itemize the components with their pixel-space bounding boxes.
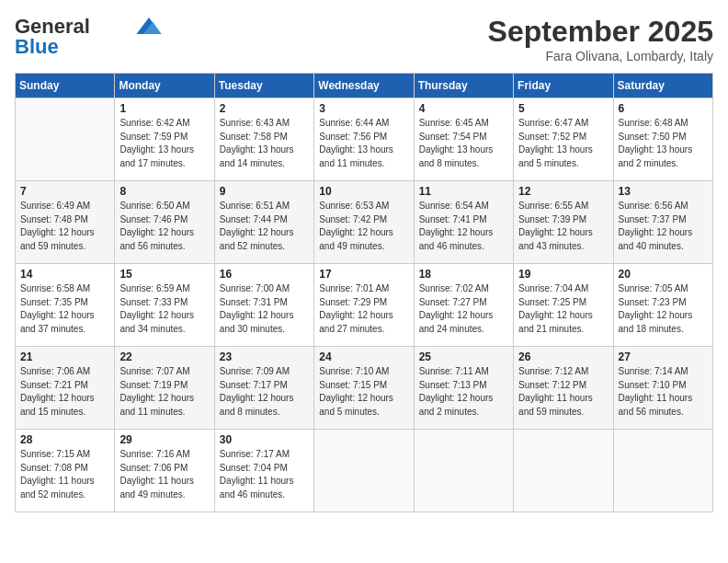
day-number: 28 <box>20 433 109 446</box>
day-number: 13 <box>619 185 708 198</box>
weekday-header-monday: Monday <box>115 74 214 98</box>
day-number: 19 <box>518 268 608 281</box>
sun-info: Sunrise: 7:05 AMSunset: 7:23 PMDaylight:… <box>619 282 708 336</box>
sun-info: Sunrise: 6:54 AMSunset: 7:41 PMDaylight:… <box>419 200 508 253</box>
day-number: 17 <box>319 268 408 281</box>
sun-info: Sunrise: 6:49 AMSunset: 7:48 PMDaylight:… <box>20 200 109 253</box>
calendar-cell: 21Sunrise: 7:06 AMSunset: 7:21 PMDayligh… <box>16 347 115 430</box>
calendar-week-row: 14Sunrise: 6:58 AMSunset: 7:35 PMDayligh… <box>16 264 713 347</box>
weekday-header-saturday: Saturday <box>613 74 712 98</box>
calendar-cell: 4Sunrise: 6:45 AMSunset: 7:54 PMDaylight… <box>414 98 513 181</box>
calendar-cell: 6Sunrise: 6:48 AMSunset: 7:50 PMDaylight… <box>613 98 712 181</box>
sun-info: Sunrise: 6:53 AMSunset: 7:42 PMDaylight:… <box>319 200 408 253</box>
sun-info: Sunrise: 6:58 AMSunset: 7:35 PMDaylight:… <box>20 282 109 336</box>
calendar-cell: 18Sunrise: 7:02 AMSunset: 7:27 PMDayligh… <box>414 264 513 347</box>
sun-info: Sunrise: 6:47 AMSunset: 7:52 PMDaylight:… <box>518 117 608 170</box>
day-number: 29 <box>119 433 209 446</box>
sun-info: Sunrise: 7:09 AMSunset: 7:17 PMDaylight:… <box>220 365 309 419</box>
month-title: September 2025 <box>488 15 713 49</box>
calendar-cell: 16Sunrise: 7:00 AMSunset: 7:31 PMDayligh… <box>214 264 313 347</box>
day-number: 1 <box>119 102 209 115</box>
day-number: 10 <box>319 185 408 198</box>
calendar-cell: 9Sunrise: 6:51 AMSunset: 7:44 PMDaylight… <box>214 181 313 264</box>
sun-info: Sunrise: 6:55 AMSunset: 7:39 PMDaylight:… <box>518 200 608 253</box>
day-number: 15 <box>119 268 209 281</box>
calendar-cell: 27Sunrise: 7:14 AMSunset: 7:10 PMDayligh… <box>613 347 712 430</box>
sun-info: Sunrise: 6:50 AMSunset: 7:46 PMDaylight:… <box>119 200 209 253</box>
sun-info: Sunrise: 7:15 AMSunset: 7:08 PMDaylight:… <box>20 448 109 501</box>
calendar-cell: 11Sunrise: 6:54 AMSunset: 7:41 PMDayligh… <box>414 181 513 264</box>
weekday-header-tuesday: Tuesday <box>214 74 313 98</box>
day-number: 23 <box>220 350 309 363</box>
calendar-cell: 17Sunrise: 7:01 AMSunset: 7:29 PMDayligh… <box>314 264 414 347</box>
location: Fara Olivana, Lombardy, Italy <box>488 49 713 63</box>
day-number: 24 <box>319 350 408 363</box>
calendar-cell <box>16 98 115 181</box>
sun-info: Sunrise: 6:42 AMSunset: 7:59 PMDaylight:… <box>119 117 209 170</box>
calendar-cell: 14Sunrise: 6:58 AMSunset: 7:35 PMDayligh… <box>16 264 115 347</box>
sun-info: Sunrise: 6:56 AMSunset: 7:37 PMDaylight:… <box>619 200 708 253</box>
calendar-cell: 24Sunrise: 7:10 AMSunset: 7:15 PMDayligh… <box>314 347 414 430</box>
calendar-cell: 26Sunrise: 7:12 AMSunset: 7:12 PMDayligh… <box>514 347 613 430</box>
day-number: 5 <box>518 102 608 115</box>
sun-info: Sunrise: 7:06 AMSunset: 7:21 PMDaylight:… <box>20 365 109 419</box>
day-number: 16 <box>220 268 309 281</box>
calendar-cell: 28Sunrise: 7:15 AMSunset: 7:08 PMDayligh… <box>16 430 115 512</box>
weekday-header-wednesday: Wednesday <box>314 74 414 98</box>
day-number: 8 <box>119 185 209 198</box>
calendar-cell: 20Sunrise: 7:05 AMSunset: 7:23 PMDayligh… <box>613 264 712 347</box>
calendar-cell: 30Sunrise: 7:17 AMSunset: 7:04 PMDayligh… <box>214 430 313 512</box>
calendar-cell: 5Sunrise: 6:47 AMSunset: 7:52 PMDaylight… <box>514 98 613 181</box>
sun-info: Sunrise: 7:14 AMSunset: 7:10 PMDaylight:… <box>619 365 708 419</box>
sun-info: Sunrise: 6:48 AMSunset: 7:50 PMDaylight:… <box>619 117 708 170</box>
day-number: 4 <box>419 102 508 115</box>
page-header: General Blue September 2025 Fara Olivana… <box>15 15 713 63</box>
calendar-cell: 8Sunrise: 6:50 AMSunset: 7:46 PMDaylight… <box>115 181 214 264</box>
sun-info: Sunrise: 6:43 AMSunset: 7:58 PMDaylight:… <box>220 117 309 170</box>
sun-info: Sunrise: 7:11 AMSunset: 7:13 PMDaylight:… <box>419 365 508 419</box>
calendar-cell <box>514 430 613 512</box>
weekday-header-sunday: Sunday <box>16 74 115 98</box>
calendar-cell: 15Sunrise: 6:59 AMSunset: 7:33 PMDayligh… <box>115 264 214 347</box>
calendar-cell: 2Sunrise: 6:43 AMSunset: 7:58 PMDaylight… <box>214 98 313 181</box>
calendar-cell: 3Sunrise: 6:44 AMSunset: 7:56 PMDaylight… <box>314 98 414 181</box>
calendar-cell: 19Sunrise: 7:04 AMSunset: 7:25 PMDayligh… <box>514 264 613 347</box>
day-number: 6 <box>619 102 708 115</box>
calendar-cell <box>613 430 712 512</box>
calendar-cell: 23Sunrise: 7:09 AMSunset: 7:17 PMDayligh… <box>214 347 313 430</box>
day-number: 21 <box>20 350 109 363</box>
calendar-cell: 12Sunrise: 6:55 AMSunset: 7:39 PMDayligh… <box>514 181 613 264</box>
day-number: 25 <box>419 350 508 363</box>
calendar-week-row: 7Sunrise: 6:49 AMSunset: 7:48 PMDaylight… <box>16 181 713 264</box>
sun-info: Sunrise: 7:00 AMSunset: 7:31 PMDaylight:… <box>220 282 309 336</box>
sun-info: Sunrise: 7:17 AMSunset: 7:04 PMDaylight:… <box>220 448 309 501</box>
logo-blue: Blue <box>15 35 59 59</box>
day-number: 27 <box>619 350 708 363</box>
day-number: 9 <box>220 185 309 198</box>
calendar-header-row: SundayMondayTuesdayWednesdayThursdayFrid… <box>16 74 713 98</box>
logo-icon <box>136 17 162 34</box>
calendar-week-row: 28Sunrise: 7:15 AMSunset: 7:08 PMDayligh… <box>16 430 713 512</box>
day-number: 14 <box>20 268 109 281</box>
day-number: 30 <box>220 433 309 446</box>
calendar-cell: 7Sunrise: 6:49 AMSunset: 7:48 PMDaylight… <box>16 181 115 264</box>
day-number: 2 <box>220 102 309 115</box>
sun-info: Sunrise: 7:02 AMSunset: 7:27 PMDaylight:… <box>419 282 508 336</box>
day-number: 18 <box>419 268 508 281</box>
calendar-cell <box>314 430 414 512</box>
day-number: 7 <box>20 185 109 198</box>
day-number: 22 <box>119 350 209 363</box>
day-number: 12 <box>518 185 608 198</box>
sun-info: Sunrise: 7:01 AMSunset: 7:29 PMDaylight:… <box>319 282 408 336</box>
calendar-cell: 13Sunrise: 6:56 AMSunset: 7:37 PMDayligh… <box>613 181 712 264</box>
sun-info: Sunrise: 6:45 AMSunset: 7:54 PMDaylight:… <box>419 117 508 170</box>
calendar-week-row: 1Sunrise: 6:42 AMSunset: 7:59 PMDaylight… <box>16 98 713 181</box>
day-number: 20 <box>619 268 708 281</box>
day-number: 26 <box>518 350 608 363</box>
sun-info: Sunrise: 7:04 AMSunset: 7:25 PMDaylight:… <box>518 282 608 336</box>
title-section: September 2025 Fara Olivana, Lombardy, I… <box>488 15 713 63</box>
calendar-cell: 22Sunrise: 7:07 AMSunset: 7:19 PMDayligh… <box>115 347 214 430</box>
calendar-cell <box>414 430 513 512</box>
day-number: 11 <box>419 185 508 198</box>
calendar-cell: 29Sunrise: 7:16 AMSunset: 7:06 PMDayligh… <box>115 430 214 512</box>
